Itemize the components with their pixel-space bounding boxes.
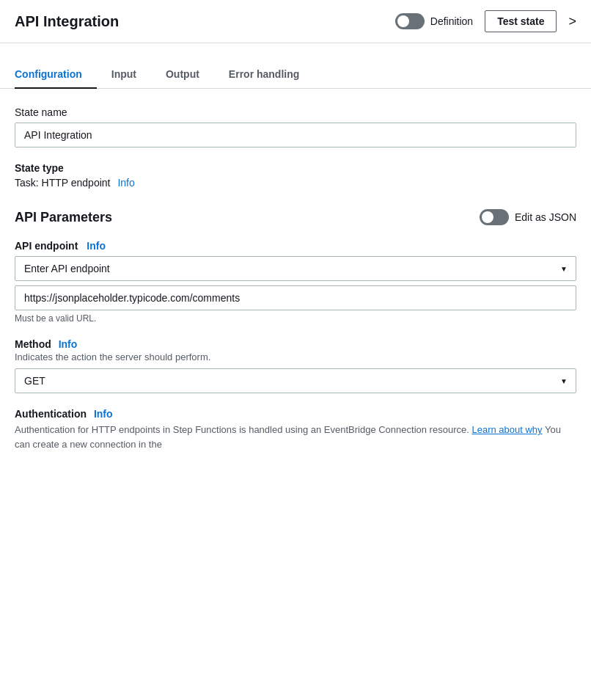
method-section: Method Info Indicates the action the ser… [15, 338, 576, 393]
edit-json-toggle-track [480, 209, 509, 225]
api-endpoint-helper-text: Must be a valid URL. [15, 313, 576, 324]
definition-toggle-container: Definition [395, 13, 473, 29]
method-info-link[interactable]: Info [59, 338, 78, 350]
tab-configuration[interactable]: Configuration [15, 61, 97, 89]
api-endpoint-url-input[interactable] [15, 285, 576, 310]
tab-input[interactable]: Input [97, 61, 151, 89]
authentication-info-link[interactable]: Info [94, 408, 113, 420]
toggle-thumb [397, 15, 409, 27]
method-select-wrapper: GET POST PUT DELETE PATCH HEAD OPTIONS ▼ [15, 368, 576, 393]
method-description: Indicates the action the server should p… [15, 351, 576, 362]
chevron-right-icon[interactable]: > [568, 14, 576, 29]
api-endpoint-select-wrapper: Enter API endpoint ▼ [15, 256, 576, 281]
tabs-bar: Configuration Input Output Error handlin… [0, 61, 591, 89]
authentication-title: Authentication Info [15, 408, 576, 420]
toggle-label: Definition [430, 15, 473, 27]
state-type-info-link[interactable]: Info [117, 177, 134, 189]
state-name-input[interactable] [15, 123, 576, 147]
edit-json-toggle[interactable] [480, 209, 509, 225]
page-title: API Integration [15, 13, 383, 30]
definition-toggle[interactable] [395, 13, 425, 29]
api-parameters-section: API Parameters Edit as JSON API endpoint… [15, 209, 576, 451]
authentication-description: Authentication for HTTP endpoints in Ste… [15, 423, 576, 451]
page-header: API Integration Definition Test state > [0, 0, 591, 43]
api-endpoint-section: API endpoint Info Enter API endpoint ▼ M… [15, 240, 576, 324]
main-content: State name State type Task: HTTP endpoin… [0, 89, 591, 469]
edit-json-label: Edit as JSON [515, 211, 576, 223]
edit-json-toggle-thumb [482, 211, 493, 223]
api-endpoint-label: API endpoint Info [15, 240, 576, 252]
authentication-section: Authentication Info Authentication for H… [15, 408, 576, 451]
tab-error-handling[interactable]: Error handling [214, 61, 314, 89]
state-type-label: State type [15, 162, 576, 174]
toggle-track [395, 13, 425, 29]
state-type-section: State type Task: HTTP endpoint Info [15, 162, 576, 189]
api-endpoint-select[interactable]: Enter API endpoint [15, 256, 576, 281]
tab-output[interactable]: Output [151, 61, 214, 89]
edit-json-container: Edit as JSON [480, 209, 576, 225]
api-parameters-title: API Parameters [15, 210, 112, 225]
state-name-group: State name [15, 106, 576, 147]
api-parameters-header: API Parameters Edit as JSON [15, 209, 576, 225]
method-select[interactable]: GET POST PUT DELETE PATCH HEAD OPTIONS [15, 368, 576, 393]
authentication-learn-more-link[interactable]: Learn about why [471, 424, 542, 435]
state-name-label: State name [15, 106, 576, 118]
method-label: Method Info [15, 338, 576, 350]
test-state-button[interactable]: Test state [485, 10, 557, 32]
state-type-value: Task: HTTP endpoint Info [15, 177, 576, 189]
api-endpoint-info-link[interactable]: Info [87, 240, 106, 252]
